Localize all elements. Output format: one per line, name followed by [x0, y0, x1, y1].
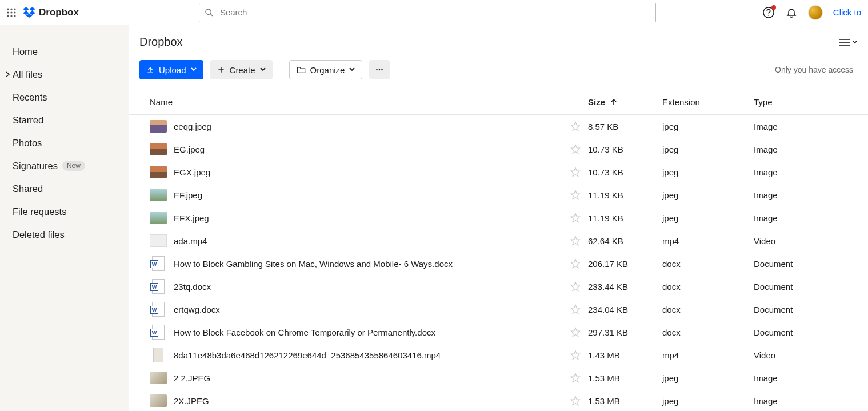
table-row[interactable]: EGX.jpeg10.73 KBjpegImage: [129, 161, 868, 183]
svg-marker-27: [571, 145, 580, 154]
chevron-down-icon: [852, 40, 858, 45]
svg-point-24: [379, 69, 381, 71]
table-row[interactable]: EFX.jpeg11.19 KBjpegImage: [129, 206, 868, 229]
file-extension: jpeg: [662, 190, 754, 200]
view-mode-toggle[interactable]: [839, 38, 858, 46]
svg-marker-32: [571, 260, 580, 268]
star-button[interactable]: [563, 396, 588, 406]
file-name-cell[interactable]: EF.jpeg: [150, 189, 563, 201]
file-type: Image: [754, 213, 868, 223]
file-name-cell[interactable]: How to Block Facebook on Chrome Temporar…: [150, 325, 563, 340]
star-button[interactable]: [563, 281, 588, 292]
sidebar-item-starred[interactable]: Starred: [0, 109, 129, 131]
sidebar-item-home[interactable]: Home: [0, 40, 129, 63]
upload-button[interactable]: Upload: [139, 60, 203, 79]
file-type: Document: [754, 282, 868, 292]
file-name-cell[interactable]: EG.jpeg: [150, 143, 563, 155]
avatar[interactable]: [808, 5, 823, 20]
table-row[interactable]: How to Block Gambling Sites on Mac, Wind…: [129, 252, 868, 275]
sidebar-item-deleted-files[interactable]: Deleted files: [0, 223, 129, 246]
file-size: 233.44 KB: [588, 282, 662, 292]
organize-label: Organize: [310, 65, 345, 75]
star-button[interactable]: [563, 350, 588, 360]
sidebar-item-all-files[interactable]: All files: [0, 63, 129, 86]
file-name: EFX.jpeg: [174, 213, 209, 223]
table-row[interactable]: 23tq.docx233.44 KBdocxDocument: [129, 275, 868, 298]
file-size: 1.43 MB: [588, 350, 662, 360]
sidebar-item-label: Home: [13, 46, 38, 57]
table-row[interactable]: EG.jpeg10.73 KBjpegImage: [129, 138, 868, 161]
table-row[interactable]: How to Block Facebook on Chrome Temporar…: [129, 321, 868, 344]
table-row[interactable]: eeqg.jpeg8.57 KBjpegImage: [129, 115, 868, 138]
table-row[interactable]: 8da11e48b3da6e468d126212269e644d_2536854…: [129, 344, 868, 366]
table-row[interactable]: 2 2.JPEG1.53 MBjpegImage: [129, 366, 868, 389]
svg-point-8: [14, 15, 15, 17]
column-header-type[interactable]: Type: [754, 97, 868, 107]
sidebar-item-signatures[interactable]: Signatures New: [0, 154, 129, 177]
table-row[interactable]: ertqwg.docx234.04 KBdocxDocument: [129, 298, 868, 321]
svg-point-17: [768, 15, 769, 16]
file-name-cell[interactable]: 8da11e48b3da6e468d126212269e644d_2536854…: [150, 348, 563, 362]
sidebar-item-shared[interactable]: Shared: [0, 177, 129, 200]
file-thumbnail: [150, 212, 167, 224]
table-row[interactable]: EF.jpeg11.19 KBjpegImage: [129, 183, 868, 206]
table-row[interactable]: 2X.JPEG1.53 MBjpegImage: [129, 389, 868, 411]
more-actions-button[interactable]: [369, 60, 390, 79]
file-size: 11.19 KB: [588, 190, 662, 200]
file-size: 10.73 KB: [588, 145, 662, 154]
file-name-cell[interactable]: ada.mp4: [150, 234, 563, 247]
star-button[interactable]: [563, 213, 588, 223]
help-notification-dot: [771, 5, 776, 10]
file-name: How to Block Gambling Sites on Mac, Wind…: [174, 259, 453, 269]
plus-icon: [217, 66, 225, 74]
star-button[interactable]: [563, 373, 588, 383]
bell-icon[interactable]: [785, 6, 798, 19]
file-name-cell[interactable]: ertqwg.docx: [150, 302, 563, 317]
file-size: 8.57 KB: [588, 122, 662, 131]
file-name-cell[interactable]: EFX.jpeg: [150, 212, 563, 224]
star-button[interactable]: [563, 236, 588, 246]
file-type: Video: [754, 236, 868, 246]
star-button[interactable]: [563, 304, 588, 314]
table-row[interactable]: ada.mp462.64 KBmp4Video: [129, 229, 868, 252]
dropbox-logo[interactable]: Dropbox: [23, 7, 79, 18]
file-name-cell[interactable]: eeqg.jpeg: [150, 120, 563, 133]
star-button[interactable]: [563, 121, 588, 131]
svg-point-23: [377, 69, 378, 71]
top-bar: Dropbox Click to: [0, 0, 868, 25]
file-name-cell[interactable]: How to Block Gambling Sites on Mac, Wind…: [150, 256, 563, 271]
file-extension: mp4: [662, 350, 754, 360]
page-title: Dropbox: [139, 35, 183, 49]
sidebar-item-label: File requests: [13, 206, 66, 217]
help-icon[interactable]: [762, 6, 775, 19]
svg-marker-31: [571, 237, 580, 245]
sidebar-item-photos[interactable]: Photos: [0, 131, 129, 154]
file-thumbnail: [152, 256, 165, 271]
file-name-cell[interactable]: 23tq.docx: [150, 279, 563, 294]
create-button[interactable]: Create: [210, 60, 273, 79]
apps-grid-icon[interactable]: [5, 6, 18, 19]
file-name-cell[interactable]: 2X.JPEG: [150, 394, 563, 407]
upload-label: Upload: [159, 65, 186, 75]
file-thumbnail: [150, 234, 167, 247]
file-extension: jpeg: [662, 373, 754, 383]
organize-button[interactable]: Organize: [289, 60, 363, 79]
star-button[interactable]: [563, 258, 588, 269]
star-button[interactable]: [563, 327, 588, 337]
star-button[interactable]: [563, 167, 588, 177]
column-header-size[interactable]: Size: [588, 97, 662, 107]
file-extension: docx: [662, 282, 754, 292]
file-extension: jpeg: [662, 167, 754, 177]
column-header-extension[interactable]: Extension: [662, 97, 754, 107]
file-name-cell[interactable]: EGX.jpeg: [150, 166, 563, 178]
file-name-cell[interactable]: 2 2.JPEG: [150, 372, 563, 384]
click-to-link[interactable]: Click to: [833, 7, 861, 17]
sidebar-item-label: Signatures: [13, 161, 58, 171]
star-button[interactable]: [563, 144, 588, 154]
sidebar-item-recents[interactable]: Recents: [0, 86, 129, 109]
star-button[interactable]: [563, 190, 588, 200]
search-input[interactable]: [199, 3, 656, 22]
file-name: 2X.JPEG: [174, 396, 209, 406]
column-header-name[interactable]: Name: [150, 97, 563, 107]
sidebar-item-file-requests[interactable]: File requests: [0, 200, 129, 223]
